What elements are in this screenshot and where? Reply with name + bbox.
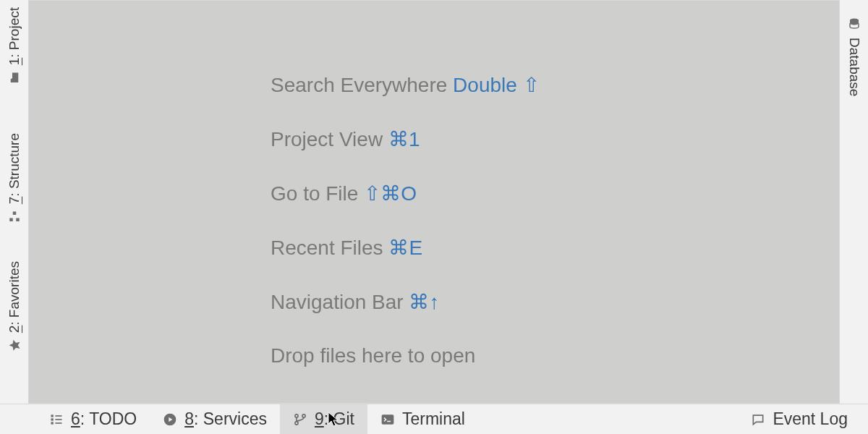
hint-project-view: Project View ⌘1 (271, 127, 540, 151)
hint-navigation-bar: Navigation Bar ⌘↑ (271, 290, 540, 314)
mnemonic: 1 (7, 58, 22, 66)
svg-point-12 (295, 421, 298, 424)
hint-go-to-file: Go to File ⇧⌘O (271, 182, 540, 205)
svg-rect-8 (55, 419, 61, 420)
database-icon (848, 17, 861, 30)
svg-rect-6 (51, 422, 54, 424)
tool-window-services[interactable]: 8: Services (150, 404, 280, 434)
svg-rect-4 (51, 414, 54, 417)
bottom-tool-strip: 6: TODO 8: Services 9: Git Terminal Even… (0, 404, 868, 434)
svg-rect-5 (51, 418, 54, 420)
star-icon (8, 339, 21, 352)
mnemonic: 6 (71, 409, 80, 428)
tool-label: : TODO (80, 409, 137, 428)
hint-search-everywhere: Search Everywhere Double ⇧ (271, 73, 540, 97)
left-tool-strip: 1: Project 7: Structure 2: Favorites (0, 0, 29, 404)
play-icon (163, 412, 177, 427)
shortcut: ⌘1 (388, 128, 420, 150)
tool-label: : Favorites (7, 261, 22, 326)
tool-window-terminal[interactable]: Terminal (367, 404, 478, 434)
tool-label: Event Log (773, 409, 848, 429)
structure-icon (8, 210, 21, 224)
todo-icon (49, 412, 64, 427)
tool-label: : Services (194, 409, 267, 428)
tool-window-event-log[interactable]: Event Log (738, 404, 868, 434)
branch-icon (293, 412, 307, 427)
svg-rect-2 (12, 212, 16, 216)
tool-label: : Project (7, 7, 22, 58)
hint-drop-files: Drop files here to open (271, 344, 540, 367)
editor-hints: Search Everywhere Double ⇧ Project View … (271, 73, 540, 367)
folder-icon (8, 71, 21, 84)
shortcut: ⌘↑ (409, 291, 439, 313)
terminal-icon (380, 412, 395, 427)
tool-window-database[interactable]: Database (846, 0, 862, 103)
shortcut: ⇧⌘O (364, 182, 417, 205)
hint-recent-files: Recent Files ⌘E (271, 236, 540, 260)
tool-label: : Structure (7, 133, 22, 197)
svg-rect-0 (9, 218, 13, 222)
tool-window-structure[interactable]: 7: Structure (7, 126, 22, 230)
tool-window-git[interactable]: 9: Git (280, 404, 367, 434)
svg-rect-9 (55, 422, 61, 424)
tool-window-project[interactable]: 1: Project (7, 0, 22, 98)
svg-rect-14 (382, 414, 394, 424)
mnemonic: 9 (315, 409, 324, 428)
mnemonic: 8 (184, 409, 194, 428)
svg-rect-7 (55, 415, 61, 417)
svg-point-11 (295, 414, 298, 417)
tool-window-favorites[interactable]: 2: Favorites (7, 254, 22, 359)
right-tool-strip: Database (839, 0, 868, 404)
tool-label: Database (846, 38, 862, 96)
tool-label: : Git (324, 409, 354, 428)
chat-icon (751, 412, 765, 427)
tool-label: Terminal (402, 409, 465, 429)
mnemonic: 2 (7, 325, 22, 333)
shortcut: ⌘E (388, 237, 422, 259)
svg-point-13 (302, 414, 305, 417)
svg-rect-1 (16, 218, 20, 222)
shortcut: Double ⇧ (453, 74, 540, 96)
mnemonic: 7 (7, 197, 22, 205)
editor-empty-area[interactable]: Search Everywhere Double ⇧ Project View … (29, 0, 839, 404)
tool-window-todo[interactable]: 6: TODO (36, 404, 150, 434)
